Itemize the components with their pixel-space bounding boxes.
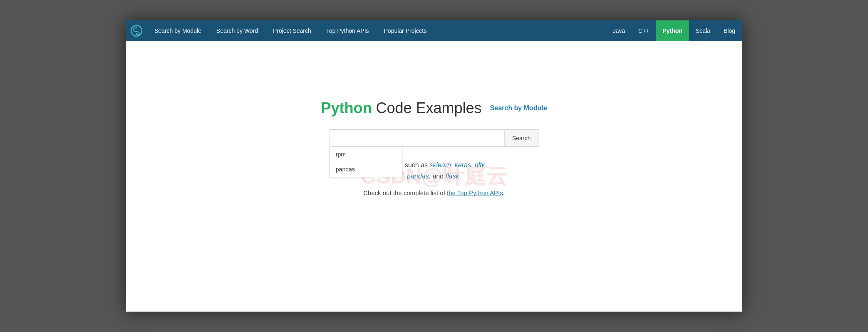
search-input[interactable] xyxy=(330,129,504,147)
desc-link-pandas[interactable]: pandas xyxy=(407,173,429,180)
nav-search-by-word[interactable]: Search by Word xyxy=(209,20,265,41)
search-input-wrapper: rpm pandas xyxy=(330,129,504,147)
svg-point-2 xyxy=(136,33,137,35)
title-rest: Code Examples xyxy=(376,99,481,117)
lang-blog[interactable]: Blog xyxy=(717,20,742,41)
title-python: Python xyxy=(321,99,372,117)
nav-project-search[interactable]: Project Search xyxy=(265,20,319,41)
nav-search-by-module[interactable]: Search by Module xyxy=(147,20,209,41)
complete-list-text: Check out the complete list of the Top P… xyxy=(363,189,505,196)
navbar-right: Java C++ Python Scala Blog xyxy=(606,20,742,41)
search-dropdown: rpm pandas xyxy=(330,147,402,177)
lang-cpp[interactable]: C++ xyxy=(632,20,656,41)
nav-popular-projects[interactable]: Popular Projects xyxy=(377,20,434,41)
navbar: Search by Module Search by Word Project … xyxy=(126,20,742,41)
browser-window: Search by Module Search by Word Project … xyxy=(126,20,742,312)
search-button[interactable]: Search xyxy=(504,129,538,147)
title-search-link[interactable]: Search by Module xyxy=(490,104,547,112)
lang-scala[interactable]: Scala xyxy=(689,20,717,41)
search-area: rpm pandas Search xyxy=(330,129,538,147)
lang-python[interactable]: Python xyxy=(656,20,689,41)
main-content: CSDN@叶庭云 Python Code Examples Search by … xyxy=(126,41,742,312)
desc-link-sklearn[interactable]: sklearn xyxy=(429,161,451,168)
desc-link-keras[interactable]: keras xyxy=(455,161,471,168)
page-title: Python Code Examples Search by Module xyxy=(321,99,547,117)
dropdown-item-rpm[interactable]: rpm xyxy=(330,147,402,162)
navbar-logo xyxy=(126,20,147,41)
top-python-apis-link[interactable]: the Top Python APIs xyxy=(447,189,503,196)
nav-top-python-apis[interactable]: Top Python APIs xyxy=(319,20,377,41)
dropdown-item-pandas[interactable]: pandas xyxy=(330,162,402,177)
lang-java[interactable]: Java xyxy=(606,20,632,41)
svg-point-1 xyxy=(136,27,137,28)
navbar-nav: Search by Module Search by Word Project … xyxy=(147,20,606,41)
desc-link-flask[interactable]: flask xyxy=(446,173,459,180)
desc-link-nltk[interactable]: nltk xyxy=(475,161,485,168)
